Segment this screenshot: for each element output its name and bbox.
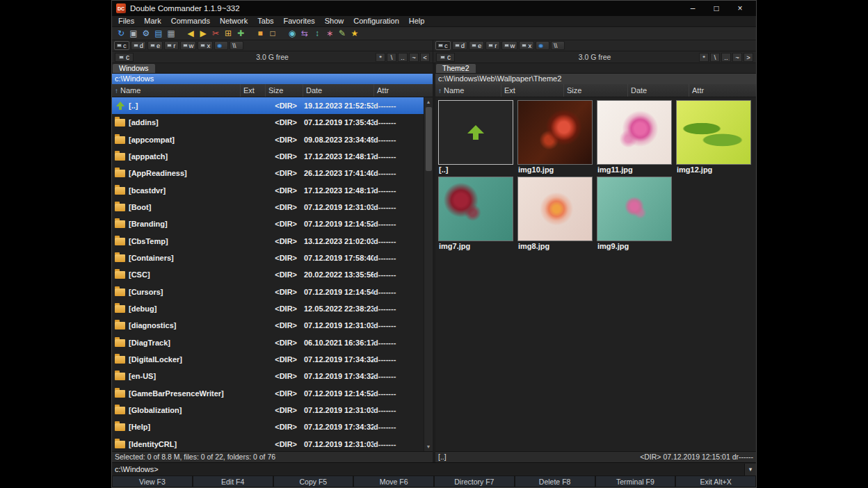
copy-icon[interactable]: ⊞: [222, 28, 234, 40]
column-header-ext[interactable]: Ext: [240, 84, 265, 97]
file-row[interactable]: [..] <DIR> 19.12.2023 21:52:53 d-------: [112, 97, 424, 114]
edit-icon[interactable]: ✎: [336, 28, 348, 40]
edit-f4-button[interactable]: Edit F4: [193, 476, 273, 487]
options-icon[interactable]: ⚙: [140, 28, 152, 40]
column-header-attr[interactable]: Attr: [689, 84, 756, 97]
history-dropdown-icon[interactable]: ▾: [744, 464, 756, 475]
drive-c-button[interactable]: c: [435, 41, 451, 50]
column-header-name[interactable]: ↑Name: [435, 84, 501, 97]
back-icon[interactable]: ◀: [184, 28, 197, 40]
command-line[interactable]: c:\Windows> ▾: [112, 462, 756, 475]
nav-button[interactable]: ~: [409, 53, 419, 62]
file-row[interactable]: [Containers] <DIR> 07.12.2019 17:58:40 d…: [112, 250, 424, 266]
close-button[interactable]: ×: [728, 1, 752, 15]
file-row[interactable]: [IdentityCRL] <DIR> 07.12.2019 12:31:03 …: [112, 436, 424, 451]
menu-item[interactable]: Show: [320, 16, 349, 26]
file-row[interactable]: [apppatch] <DIR> 17.12.2023 12:48:17 d--…: [112, 148, 424, 165]
file-row[interactable]: [debug] <DIR> 12.05.2022 22:38:23 d-----…: [112, 300, 424, 317]
thumbnails-view-icon[interactable]: ▦: [165, 28, 177, 40]
titlebar[interactable]: DC Double Commander 1.1.9~332 – □ ×: [112, 1, 756, 16]
thumbnail-item[interactable]: [..]: [438, 100, 516, 174]
menu-item[interactable]: Help: [404, 16, 430, 26]
cut-icon[interactable]: ✂: [209, 28, 222, 40]
nav-button[interactable]: *: [699, 53, 709, 62]
drive-w-button[interactable]: w: [180, 41, 197, 50]
left-drive-select[interactable]: c: [115, 53, 134, 62]
drive-x-button[interactable]: x: [198, 41, 213, 50]
file-row[interactable]: [bcastdvr] <DIR> 17.12.2023 12:48:17 d--…: [112, 182, 424, 199]
file-row[interactable]: [Cursors] <DIR> 07.12.2019 12:14:54 d---…: [112, 284, 424, 300]
maximize-button[interactable]: □: [705, 1, 728, 15]
view-f3-button[interactable]: View F3: [113, 476, 192, 487]
menu-item[interactable]: Favorites: [279, 16, 320, 26]
vertical-scrollbar[interactable]: ▲ ▼: [424, 97, 433, 451]
column-header-size[interactable]: Size: [265, 84, 303, 97]
file-row[interactable]: [addins] <DIR> 07.12.2019 17:35:43 d----…: [112, 114, 424, 131]
thumbnail-item[interactable]: img9.jpg: [597, 177, 675, 250]
sync-dirs-icon[interactable]: ↕: [311, 28, 323, 40]
compare-icon[interactable]: ⇆: [298, 28, 311, 40]
column-header-ext[interactable]: Ext: [501, 84, 563, 97]
forward-icon[interactable]: ▶: [197, 28, 209, 40]
drive-r-button[interactable]: r: [164, 41, 178, 50]
drive-r-button[interactable]: r: [485, 41, 499, 50]
terminal-f9-button[interactable]: Terminal F9: [596, 476, 675, 487]
pack-icon[interactable]: ■: [254, 28, 266, 40]
nav-button[interactable]: ..: [398, 53, 408, 62]
columns-view-icon[interactable]: ▤: [152, 28, 165, 40]
file-row[interactable]: [CbsTemp] <DIR> 13.12.2023 21:02:03 d---…: [112, 233, 424, 250]
menu-item[interactable]: Files: [113, 16, 139, 26]
copy-f5-button[interactable]: Copy F5: [274, 476, 353, 487]
menu-item[interactable]: Tabs: [252, 16, 278, 26]
file-row[interactable]: [Globalization] <DIR> 07.12.2019 12:31:0…: [112, 402, 424, 418]
nav-button[interactable]: >: [744, 53, 753, 62]
directory-f7-button[interactable]: Directory F7: [435, 476, 514, 487]
nav-button[interactable]: *: [376, 53, 385, 62]
menu-item[interactable]: Network: [215, 16, 252, 26]
thumbnail-item[interactable]: img12.jpg: [676, 100, 754, 174]
refresh-icon[interactable]: ↻: [115, 28, 127, 40]
nav-button[interactable]: ..: [721, 53, 731, 62]
tab-theme2[interactable]: Theme2: [436, 64, 476, 73]
scroll-up-icon[interactable]: ▲: [424, 97, 433, 106]
tab-windows[interactable]: Windows: [113, 64, 155, 73]
file-row[interactable]: [Help] <DIR> 07.12.2019 17:34:32 d------…: [112, 418, 424, 435]
menu-item[interactable]: Mark: [139, 16, 166, 26]
minimize-button[interactable]: –: [681, 1, 705, 15]
drive-w-button[interactable]: w: [501, 41, 518, 50]
nav-button[interactable]: <: [420, 53, 430, 62]
column-header-name[interactable]: ↑Name: [112, 84, 240, 97]
paste-icon[interactable]: ✚: [234, 28, 247, 40]
file-row[interactable]: [CSC] <DIR> 20.02.2022 13:35:56 d-------: [112, 266, 424, 283]
drive-unc-button[interactable]: \\: [230, 41, 243, 50]
thumbnail-item[interactable]: img8.jpg: [517, 177, 595, 250]
nav-button[interactable]: ~: [732, 53, 742, 62]
drive-x-button[interactable]: x: [519, 41, 534, 50]
search-icon[interactable]: ◉: [286, 28, 298, 40]
file-row[interactable]: [diagnostics] <DIR> 07.12.2019 12:31:03 …: [112, 317, 424, 334]
column-header-date[interactable]: Date: [303, 84, 373, 97]
drive-d-button[interactable]: d: [452, 41, 467, 50]
file-row[interactable]: [DigitalLocker] <DIR> 07.12.2019 17:34:3…: [112, 351, 424, 368]
file-row[interactable]: [Boot] <DIR> 07.12.2019 12:31:03 d------…: [112, 199, 424, 215]
drive-network-button[interactable]: [214, 41, 228, 50]
right-path-bar[interactable]: c:\Windows\Web\Wallpaper\Theme2: [435, 74, 756, 84]
left-path-bar[interactable]: c:\Windows: [112, 74, 433, 84]
menu-item[interactable]: Configuration: [348, 16, 403, 26]
right-drive-select[interactable]: c: [436, 53, 455, 62]
run-terminal-icon[interactable]: ▣: [127, 28, 140, 40]
column-header-attr[interactable]: Attr: [373, 84, 433, 97]
favorites-icon[interactable]: ★: [348, 28, 361, 40]
nav-button[interactable]: \: [387, 53, 396, 62]
drive-network-button[interactable]: [536, 41, 549, 50]
file-row[interactable]: [Branding] <DIR> 07.12.2019 12:14:52 d--…: [112, 215, 424, 232]
exit-altx-button[interactable]: Exit Alt+X: [676, 476, 755, 487]
file-row[interactable]: [DiagTrack] <DIR> 06.10.2021 16:36:17 d-…: [112, 334, 424, 351]
drive-d-button[interactable]: d: [131, 41, 146, 50]
thumbnail-item[interactable]: img7.jpg: [438, 177, 516, 250]
delete-f8-button[interactable]: Delete F8: [515, 476, 595, 487]
move-f6-button[interactable]: Move F6: [354, 476, 433, 487]
multi-rename-icon[interactable]: ∗: [323, 28, 336, 40]
drive-c-button[interactable]: c: [114, 41, 129, 50]
drive-e-button[interactable]: e: [469, 41, 484, 50]
